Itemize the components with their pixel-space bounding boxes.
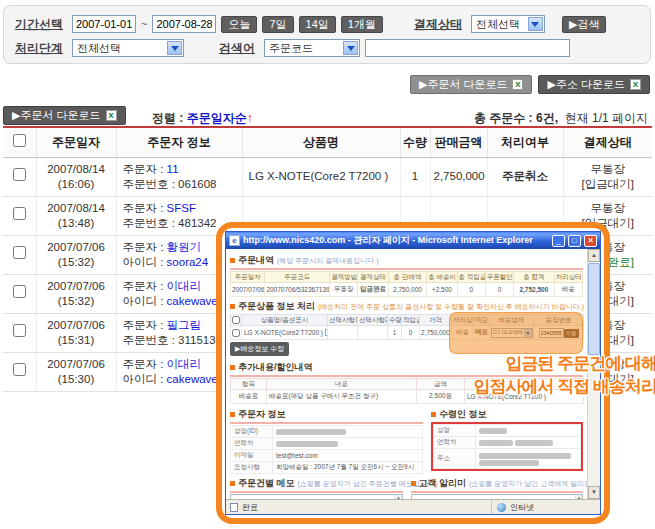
redacted-value [479,460,539,466]
minimize-button[interactable]: _ [552,235,565,247]
buyer-link[interactable]: 이대리 [167,358,202,370]
row-checkbox[interactable] [13,246,26,259]
order-items-table: 상품명/옵션표시선택사항1선택사항2수량적립금가격처리상태메모배송업체송장번호 … [230,314,584,340]
maximize-button[interactable]: □ [568,235,581,247]
chevron-down-icon [343,41,358,55]
status-text: 완료 [242,502,258,513]
search-filter-panel: 기간선택 ~ 오늘 7일 14일 1개월 결제상태 전체선택 ▶검색 처리단계 … [3,5,651,64]
stage-select[interactable]: 전체선택 [72,39,184,57]
quick-7days-button[interactable]: 7일 [262,16,293,33]
customer-notice-textarea[interactable] [411,494,584,499]
order-history-title: 주문내역 [238,254,274,267]
order-admin-page: 기간선택 ~ 오늘 7일 14일 1개월 결제상태 전체선택 ▶검색 처리단계 … [0,0,655,529]
quick-today-button[interactable]: 오늘 [221,16,257,33]
chevron-down-icon [167,41,182,55]
carrier-select[interactable]: CJ GLS택배 [491,328,533,338]
keyword-type-select[interactable]: 주문코드 [264,39,360,57]
textarea-scrollbar[interactable] [395,495,402,499]
buyer-link[interactable]: SFSF [167,202,196,214]
invoice-number-input[interactable] [539,328,564,338]
customer-notice-section: 고객 알리미(쇼핑몰 운영자가 남긴 고객에게 알리는 메모입니다.) [411,476,584,499]
row-checkbox[interactable] [13,207,26,220]
memo-link[interactable]: 메모 [474,326,490,340]
delivery-request: 희망배송일 : 2007년 7월 7일 오전6시 ~ 오전9시 [273,462,423,474]
table-row: 2007/08/14(16:06) 주문자 : 11주문번호 : 061608 … [3,157,652,196]
receiver-info-section: 수령인 정보 성명 연락처 주소 [431,405,583,474]
download-orders-button-top[interactable]: ▶주문서 다운로드 [410,75,533,94]
keyword-label: 검색어 [219,40,255,57]
sort-value-link[interactable]: 주문일자순 [187,111,247,125]
sort-indicator: 정렬 : 주문일자순↑ [152,110,253,127]
ie-titlebar[interactable]: http://www.nics420.com - 관리자 페이지 - Micro… [226,232,600,249]
order-memo-section: 주문건별 메모(쇼핑몰 운영자가 남긴 주문건별 메모입니다.) [230,476,403,499]
redacted-value [479,453,571,459]
redacted-value [479,428,507,434]
date-from-input[interactable] [72,15,136,33]
redacted-value [515,440,553,446]
search-button[interactable]: ▶검색 [562,16,606,33]
quick-1month-button[interactable]: 1개월 [341,16,383,33]
section-bullet-icon [411,481,416,486]
date-tilde: ~ [141,18,147,30]
row-checkbox[interactable] [13,285,26,298]
order-count-summary: 총 주문수 : 6건, 현재 1/1 페이지 [474,110,648,127]
keyword-input[interactable] [365,39,570,57]
date-to-input[interactable] [152,15,216,33]
buyer-link[interactable]: 황원기 [167,241,202,253]
scrollbar-thumb[interactable] [588,263,600,355]
section-bullet-icon [230,304,235,309]
extra-section-title: 추가내용/할인내역 [238,361,313,374]
excel-icon [512,79,523,90]
chevron-down-icon [524,329,532,337]
buyer-link[interactable]: 이대리 [167,280,202,292]
chevron-down-icon [528,17,543,31]
customer-notice-title: 고객 알리미 [419,477,467,490]
zone-text: 인터넷 [510,502,534,513]
orderer-title: 주문자 정보 [238,408,286,421]
order-item-row: LG X-NOTE(Core2 T7200 ) 1 0 2,750,000 배송… [231,326,584,340]
section-bullet-icon [230,258,235,263]
buyer-link[interactable]: 필그림 [167,319,202,331]
close-icon[interactable]: ✕ [584,235,597,247]
row-checkbox[interactable] [13,324,26,337]
scroll-up-icon[interactable]: ▲ [588,249,600,262]
section-bullet-icon [230,481,235,486]
invoice-edit-button[interactable]: 수정 [564,329,579,338]
status-page-icon [230,503,238,512]
orderer-email: test@test.com [273,450,423,462]
ie-page-icon [229,235,240,246]
order-items-title: 주문상품 정보 처리 [238,300,315,313]
items-select-all-checkbox[interactable] [232,316,240,324]
stage-label: 처리단계 [15,40,63,57]
orderer-info-section: 주문자 정보 성명(ID) 연락처 이메일test@test.com 요청사항희… [230,405,423,474]
order-history-row: 2007/07/06 17:1920070706/5323671392A무통장입… [231,283,583,297]
section-bullet-icon [431,412,436,417]
payment-status-select[interactable]: 전체선택 [471,15,545,33]
select-all-checkbox[interactable] [13,134,26,147]
order-history-table: 주문일자주문코드결제방법결제상태총 판매액총 배송비총 적립금쿠폰할인총 합계처… [230,271,583,297]
download-address-button[interactable]: ▶주소 다운로드 [538,75,650,94]
row-checkbox[interactable] [13,363,26,376]
orders-table-header: 주문일자 주문자 정보 상품명 수량 판매금액 처리여부 결제상태 [3,127,652,157]
globe-icon [497,503,506,512]
payment-status-label: 결제상태 [414,16,462,33]
redacted-value [479,440,513,446]
order-memo-title: 주문건별 메모 [238,477,295,490]
tutorial-annotation: 입금된 주문건에 대해 입점사에서 직접 배송처리 [444,352,655,398]
period-label: 기간선택 [15,16,63,33]
textarea-scrollbar[interactable] [575,495,582,499]
window-title: http://www.nics420.com - 관리자 페이지 - Micro… [243,234,549,247]
ie-statusbar: 완료 인터넷 [226,499,600,514]
download-orders-button-left[interactable]: ▶주문서 다운로드 [3,106,126,125]
redacted-value [276,441,338,447]
excel-icon [106,110,117,121]
sort-arrow-up-icon: ↑ [247,111,253,125]
item-checkbox[interactable] [232,329,240,337]
buyer-link[interactable]: 11 [167,163,179,175]
excel-icon [630,79,641,90]
row-checkbox[interactable] [13,168,26,181]
scroll-down-icon[interactable]: ▼ [588,486,600,499]
order-memo-textarea[interactable] [230,494,403,499]
update-shipping-button[interactable]: ▶배송정보 수정 [230,342,289,356]
quick-14days-button[interactable]: 14일 [299,16,336,33]
